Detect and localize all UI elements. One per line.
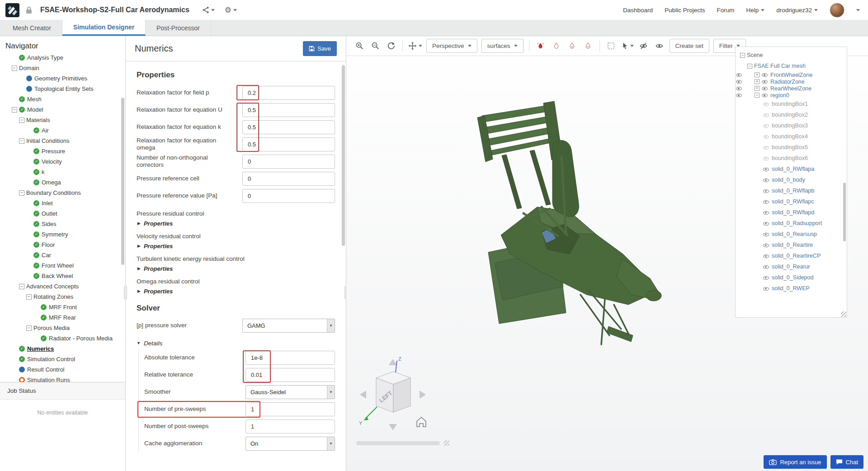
scene-tree-item[interactable]: boundingBox3	[736, 120, 847, 131]
viewport-scrollbar[interactable]	[356, 441, 440, 445]
details-toggle[interactable]: ▼ Details	[137, 340, 335, 347]
scene-tree-item[interactable]: boundingBox4	[736, 131, 847, 142]
view-orientation-cube[interactable]: LEFT Z Y	[352, 353, 433, 443]
pressure-reference-cell-input[interactable]	[242, 172, 335, 186]
pan-tool-button[interactable]	[408, 42, 422, 50]
navigator-tree-item[interactable]: Initial Conditions	[0, 136, 125, 146]
navigator-tree-item[interactable]: Numerics	[0, 344, 125, 354]
scene-tree-item[interactable]: solid_0_RWflapc	[736, 196, 847, 207]
navigator-tree-item[interactable]: Model	[0, 104, 125, 115]
navigator-scrollbar[interactable]	[121, 98, 124, 265]
render-mode-dropdown[interactable]: surfaces	[481, 39, 524, 53]
home-view-icon[interactable]	[417, 417, 426, 427]
scene-tree-item[interactable]: RadiatorZone	[736, 78, 755, 85]
navigator-tree-item[interactable]: Back Wheel	[0, 271, 125, 281]
navigator-tree-item[interactable]: k	[0, 167, 125, 177]
relax-k-input[interactable]	[242, 120, 335, 134]
scene-tree-item[interactable]: solid_0_RWflapd	[736, 207, 847, 218]
zoom-in-button[interactable]	[354, 40, 365, 52]
visibility-eye-icon[interactable]	[763, 253, 769, 259]
scene-tree-item[interactable]: FrontWheelZone	[736, 71, 755, 78]
navigator-tree-item[interactable]: Sides	[0, 219, 125, 229]
projection-dropdown[interactable]: Perspective	[426, 39, 477, 53]
relax-p-input[interactable]	[242, 86, 335, 100]
navigator-tree-item[interactable]: Advanced Concepts	[0, 281, 125, 292]
numerics-scrollbar[interactable]	[342, 65, 345, 246]
visibility-eye-icon[interactable]	[763, 133, 769, 140]
scene-tree-item[interactable]: solid_0_Radsupport	[736, 218, 847, 229]
report-issue-button[interactable]: Report an issue	[764, 455, 826, 469]
navigator-tree-item[interactable]: Result Control	[0, 364, 125, 375]
scene-tree-item[interactable]: solid_0_Rearur	[736, 261, 847, 272]
visibility-eye-icon[interactable]	[761, 71, 768, 78]
rotate-up-arrow[interactable]	[389, 359, 397, 365]
scene-tree-item[interactable]: solid_0_RWflapb	[736, 185, 847, 196]
tree-expander-icon[interactable]	[19, 284, 24, 289]
job-status-header[interactable]: Job Status	[0, 382, 125, 400]
visibility-eye-icon[interactable]	[763, 209, 769, 216]
tree-expander-icon[interactable]	[747, 64, 752, 69]
app-logo[interactable]	[5, 3, 19, 17]
relative-tolerance-input[interactable]	[245, 368, 335, 382]
navigator-tree-item[interactable]: Outlet	[0, 208, 125, 219]
navigator-tree-item[interactable]: Simulation Runs	[0, 375, 125, 382]
scene-tree-resize-handle[interactable]	[841, 311, 846, 317]
cube-body[interactable]: LEFT	[376, 372, 410, 412]
visibility-eye-icon[interactable]	[763, 220, 769, 227]
visibility-eye-icon[interactable]	[763, 274, 769, 281]
scene-tree-item[interactable]: solid_0_ReartireCP	[736, 250, 847, 261]
visibility-eye-icon[interactable]	[761, 85, 768, 92]
tab-simulation-designer[interactable]: Simulation Designer	[62, 20, 146, 36]
post-sweeps-input[interactable]	[245, 419, 335, 433]
visibility-eye-icon[interactable]	[763, 112, 769, 118]
tree-expander-icon[interactable]	[755, 86, 760, 91]
scene-tree-item[interactable]: RearWheelZone	[736, 85, 755, 92]
settings-button[interactable]: ⚙	[225, 6, 237, 14]
reset-view-button[interactable]	[385, 40, 397, 52]
visibility-eye-icon[interactable]	[763, 285, 769, 292]
visibility-eye-icon[interactable]	[763, 144, 769, 151]
tree-expander-icon[interactable]	[19, 118, 24, 123]
scene-tree-item[interactable]: solid_0_Rearsusp	[736, 229, 847, 240]
pre-sweeps-input[interactable]	[245, 402, 335, 416]
pressure-solver-select[interactable]: GAMG ▼	[242, 319, 335, 333]
visibility-eye-icon[interactable]	[763, 122, 769, 129]
visibility-eye-icon[interactable]	[763, 188, 769, 194]
scene-tree-item[interactable]: solid_0_Reartire	[736, 240, 847, 250]
cache-agglomeration-select[interactable]: On ▼	[245, 437, 335, 451]
scene-tree-item[interactable]: solid_0_body	[736, 174, 847, 185]
visibility-eye-icon[interactable]	[763, 155, 769, 162]
paint-tool-2-button[interactable]	[551, 40, 562, 52]
viewport-panel[interactable]: Perspective surfaces	[346, 36, 868, 471]
visibility-eye-icon[interactable]	[763, 198, 769, 205]
navigator-tree-item[interactable]: Geometry Primitives	[0, 73, 125, 84]
share-button[interactable]	[202, 6, 215, 14]
scene-tree-item[interactable]: boundingBox1	[736, 99, 847, 109]
navigator-tree-item[interactable]: Symmetry	[0, 229, 125, 240]
pressure-reference-value-input[interactable]	[242, 189, 335, 203]
navigator-tree-item[interactable]: Velocity	[0, 156, 125, 167]
rotate-left-arrow[interactable]	[360, 391, 366, 399]
rotate-down-arrow[interactable]	[389, 424, 397, 430]
navigator-tree-item[interactable]: MRF Rear	[0, 312, 125, 323]
relax-omega-input[interactable]	[242, 137, 335, 151]
tree-expander-icon[interactable]	[26, 294, 32, 300]
navigator-tree-item[interactable]: Car	[0, 250, 125, 260]
visibility-eye-icon[interactable]	[761, 78, 768, 85]
tab-mesh-creator[interactable]: Mesh Creator	[2, 20, 62, 36]
scene-tree-item[interactable]: boundingBox2	[736, 109, 847, 120]
nav-public-projects[interactable]: Public Projects	[665, 7, 705, 14]
non-ortho-correctors-input[interactable]	[242, 155, 335, 169]
chat-button[interactable]: Chat	[830, 455, 863, 469]
navigator-tree-item[interactable]: Materials	[0, 115, 125, 125]
hide-selection-button[interactable]	[638, 40, 650, 52]
viewport-resize-handle[interactable]	[444, 440, 449, 446]
navigator-tree-item[interactable]: Radiator - Porous Media	[0, 333, 125, 344]
scene-tree-item[interactable]: solid_0_Sidepod	[736, 272, 847, 283]
nav-dashboard[interactable]: Dashboard	[623, 7, 653, 14]
visibility-eye-icon[interactable]	[763, 101, 769, 108]
navigator-tree-item[interactable]: MRF Front	[0, 302, 125, 312]
tree-expander-icon[interactable]	[755, 93, 760, 98]
tab-post-processor[interactable]: Post-Processor	[146, 20, 211, 36]
nav-help[interactable]: Help	[746, 7, 764, 14]
